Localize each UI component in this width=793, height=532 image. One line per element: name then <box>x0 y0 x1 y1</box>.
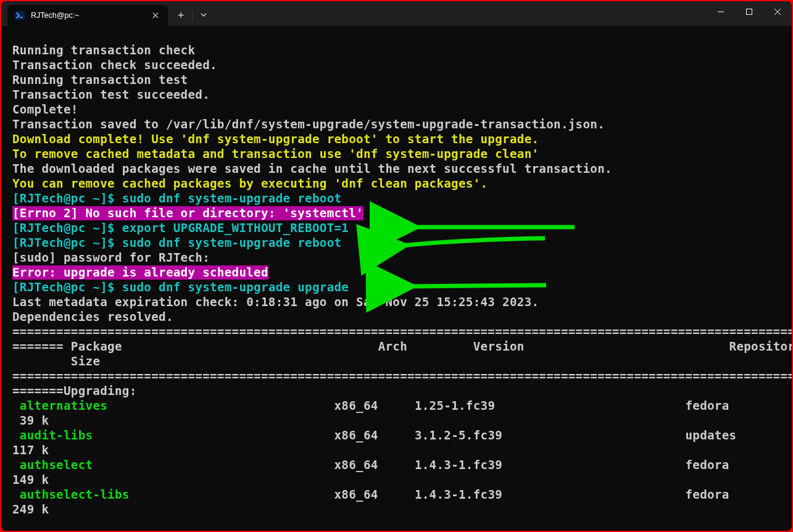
upgrading-header: =======Upgrading: <box>12 384 136 398</box>
command: sudo dnf system-upgrade reboot <box>122 191 342 206</box>
maximize-button[interactable] <box>735 1 763 22</box>
close-button[interactable] <box>763 1 792 22</box>
titlebar-drag-area[interactable] <box>214 1 707 26</box>
tab-active[interactable]: RJTech@pc:~ <box>7 5 168 26</box>
window-controls <box>707 1 792 26</box>
output-line: Running transaction check <box>12 43 195 57</box>
output-line: Download complete! Use 'dnf system-upgra… <box>12 132 539 146</box>
output-line: Transaction saved to /var/lib/dnf/system… <box>12 117 605 131</box>
package-size: 117 k <box>12 443 49 457</box>
output-line: [sudo] password for RJTech: <box>12 251 210 265</box>
tab-actions: + <box>170 4 214 26</box>
annotation-arrow-1 <box>358 205 581 253</box>
tab-close-button[interactable] <box>149 9 162 22</box>
error-line: [Errno 2] No such file or directory: 'sy… <box>12 206 363 220</box>
output-line: Complete! <box>12 102 78 117</box>
package-row: authselect-libs x86_64 1.4.3-1.fc39 fedo… <box>12 488 729 502</box>
powershell-icon <box>15 10 25 20</box>
header-line: ======= Package Arch Version Repository <box>12 339 792 354</box>
header-line-2: Size <box>12 354 100 368</box>
package-size: 39 k <box>12 414 49 428</box>
error-line: Error: upgrade is already scheduled <box>12 265 268 280</box>
terminal-window: RJTech@pc:~ + Running transaction check … <box>1 1 792 531</box>
package-row: authselect x86_64 1.4.3-1.fc39 fedora <box>12 458 729 472</box>
output-line: To remove cached metadata and transactio… <box>12 147 539 161</box>
svg-line-3 <box>409 285 546 286</box>
prompt: [RJTech@pc ~]$ <box>12 280 122 294</box>
output-line: Transaction check succeeded. <box>12 58 217 72</box>
annotation-arrow-2 <box>347 221 551 272</box>
package-size: 149 k <box>12 473 49 487</box>
output-line: Running transaction test <box>12 73 188 87</box>
tab-title: RJTech@pc:~ <box>31 11 143 20</box>
minimize-button[interactable] <box>707 1 735 22</box>
prompt: [RJTech@pc ~]$ <box>12 191 122 206</box>
separator-line: ========================================… <box>12 369 792 383</box>
package-size: 249 k <box>12 502 49 517</box>
new-tab-button[interactable]: + <box>170 6 191 24</box>
output-line: Dependencies resolved. <box>12 310 173 324</box>
command: export UPGRADE_WITHOUT_REBOOT=1 <box>122 221 349 235</box>
svg-rect-1 <box>747 9 752 15</box>
output-line: Transaction test succeeded. <box>12 88 210 102</box>
titlebar[interactable]: RJTech@pc:~ + <box>1 1 792 26</box>
prompt: [RJTech@pc ~]$ <box>12 221 122 235</box>
output-line: You can remove cached packages by execut… <box>12 177 488 191</box>
prompt: [RJTech@pc ~]$ <box>12 236 122 250</box>
separator-line: ========================================… <box>12 325 792 339</box>
divider <box>192 10 193 22</box>
package-row: audit-libs x86_64 3.1.2-5.fc39 updates <box>12 428 736 443</box>
command: sudo dnf system-upgrade reboot <box>122 236 342 250</box>
package-row: alternatives x86_64 1.25-1.fc39 fedora <box>12 399 729 413</box>
terminal-content[interactable]: Running transaction check Transaction ch… <box>1 26 792 531</box>
output-line: The downloaded packages were saved in ca… <box>12 162 612 176</box>
command: sudo dnf system-upgrade upgrade <box>122 280 349 294</box>
output-line: Last metadata expiration check: 0:18:31 … <box>12 295 539 309</box>
tab-dropdown-button[interactable] <box>193 6 214 24</box>
